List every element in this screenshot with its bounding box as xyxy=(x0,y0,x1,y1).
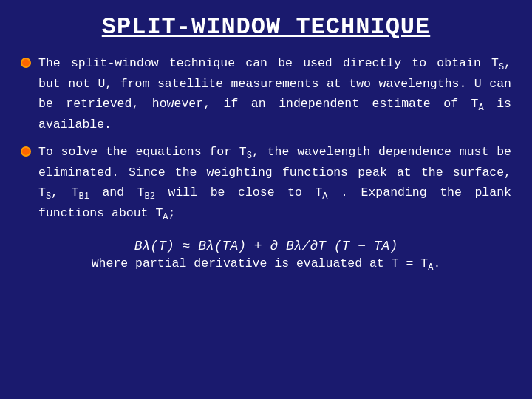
formula-line: Bλ(T) ≈ Bλ(TA) + ∂ Bλ/∂T (T − TA) xyxy=(21,239,511,253)
bullet-text-1: The split-window technique can be used d… xyxy=(38,54,511,135)
subscript-tb2: B2 xyxy=(145,191,155,202)
bullet-dot-1 xyxy=(21,58,31,68)
subscript-ta-2: A xyxy=(322,191,327,202)
bullet-text-2: To solve the equations for TS, the wavel… xyxy=(38,143,511,225)
bullet-item-2: To solve the equations for TS, the wavel… xyxy=(21,143,511,225)
subscript-ta-3: A xyxy=(163,212,168,222)
bullet-dot-2 xyxy=(21,146,31,157)
subscript-ta-1: A xyxy=(478,103,483,113)
bullet-item-1: The split-window technique can be used d… xyxy=(21,54,511,135)
subscript-ts-1: S xyxy=(499,62,504,72)
where-line: Where partial derivative is evaluated at… xyxy=(21,256,511,273)
slide-title: SPLIT-WINDOW TECHNIQUE xyxy=(21,13,511,41)
subscript-ts-3: S xyxy=(46,191,51,202)
slide: SPLIT-WINDOW TECHNIQUE The split-window … xyxy=(0,0,532,399)
subscript-ta-where: A xyxy=(428,262,433,273)
content-area: The split-window technique can be used d… xyxy=(21,54,511,386)
formula-section: Bλ(T) ≈ Bλ(TA) + ∂ Bλ/∂T (T − TA) Where … xyxy=(21,239,511,273)
subscript-tb1: B1 xyxy=(78,191,89,202)
subscript-ts-2: S xyxy=(247,151,252,161)
